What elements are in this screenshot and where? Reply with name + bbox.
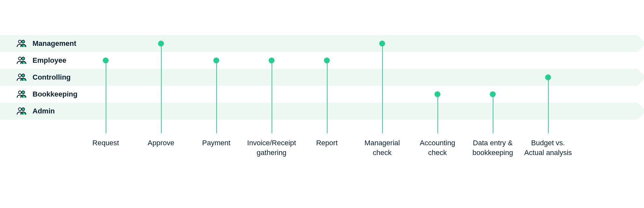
lane-label: Bookkeeping bbox=[33, 90, 77, 98]
svg-point-0 bbox=[19, 40, 21, 43]
lane-label: Controlling bbox=[33, 73, 71, 82]
svg-point-8 bbox=[19, 108, 21, 111]
step-label-mgr-check: Managerial check bbox=[365, 138, 400, 157]
lane-label: Admin bbox=[33, 107, 55, 115]
step-label-invoice: Invoice/Receipt gathering bbox=[247, 138, 296, 157]
svg-point-5 bbox=[22, 74, 25, 77]
svg-point-3 bbox=[22, 57, 25, 60]
lane-label: Employee bbox=[33, 56, 66, 65]
lane-admin: Admin bbox=[0, 103, 637, 120]
swimlane-diagram: Management Employee Controlling Bookkeep… bbox=[0, 0, 644, 208]
people-icon bbox=[16, 55, 27, 66]
step-label-request: Request bbox=[92, 138, 119, 148]
step-label-acc-check: Accounting check bbox=[420, 138, 455, 157]
people-icon bbox=[16, 106, 27, 117]
people-icon bbox=[16, 89, 27, 100]
step-label-approve: Approve bbox=[148, 138, 174, 148]
people-icon bbox=[16, 72, 27, 83]
step-label-payment: Payment bbox=[202, 138, 231, 148]
lane-label: Management bbox=[33, 39, 76, 48]
svg-point-6 bbox=[19, 91, 21, 94]
step-label-data-entry: Data entry & bookkeeping bbox=[473, 138, 513, 157]
step-label-budget: Budget vs. Actual analysis bbox=[524, 138, 572, 157]
svg-point-7 bbox=[22, 91, 25, 94]
people-icon bbox=[16, 38, 27, 49]
lane-management: Management bbox=[0, 35, 637, 52]
lanes-container: Management Employee Controlling Bookkeep… bbox=[0, 35, 644, 120]
lane-controlling: Controlling bbox=[0, 69, 637, 86]
step-label-report: Report bbox=[316, 138, 338, 148]
svg-point-1 bbox=[22, 40, 25, 43]
lane-bookkeeping: Bookkeeping bbox=[0, 86, 637, 103]
lane-employee: Employee bbox=[0, 52, 637, 69]
svg-point-2 bbox=[19, 57, 21, 60]
svg-point-9 bbox=[22, 108, 25, 111]
svg-point-4 bbox=[19, 74, 21, 77]
